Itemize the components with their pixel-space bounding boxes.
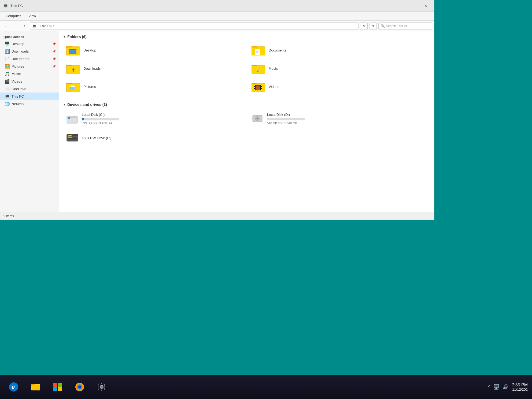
screen: 💻 This PC — □ ✕ Computer View ← → ↑ 💻 › … (0, 0, 532, 399)
svg-rect-3 (69, 49, 76, 54)
folder-videos-label: Videos (269, 85, 279, 89)
address-bar: ← → ↑ 💻 › This PC › ↻ ▾ 🔍 Search This PC (0, 21, 434, 31)
sidebar-pictures-label: Pictures (12, 64, 24, 68)
sidebar-item-network[interactable]: 🌐 Network (0, 100, 59, 108)
window-controls: — □ ✕ (394, 2, 432, 10)
taskbar-firefox[interactable] (70, 378, 89, 396)
network-icon: 🌐 (5, 101, 9, 106)
drive-d-info: Local Disk (D:) 510 GB free of 510 GB (267, 113, 305, 125)
menu-computer[interactable]: Computer (2, 13, 24, 19)
drive-d-label: Local Disk (D:) (267, 113, 305, 117)
taskbar-file-explorer[interactable] (26, 378, 45, 396)
drive-d-free: 510 GB free of 510 GB (267, 121, 305, 125)
tray-volume-icon[interactable]: 🔊 (503, 384, 508, 390)
drive-dvd-label: DVD RW Drive (F:) (82, 136, 111, 140)
videos-icon: 🎬 (5, 79, 9, 84)
sidebar-videos-label: Videos (12, 79, 22, 83)
sidebar-item-onedrive[interactable]: ☁️ OneDrive (0, 85, 59, 93)
sidebar-item-music[interactable]: 🎵 Music (0, 70, 59, 77)
quick-access-header: Quick access (0, 34, 59, 40)
sidebar-item-downloads[interactable]: ⬇️ Downloads 📌 (0, 47, 59, 55)
folder-item-videos[interactable]: Videos (249, 79, 430, 95)
sidebar-onedrive-label: OneDrive (12, 87, 26, 91)
drive-c-free: 399 GB free of 420 GB (82, 121, 119, 125)
drive-c-icon (66, 113, 79, 124)
svg-point-25 (70, 86, 71, 87)
dropdown-button[interactable]: ▾ (369, 22, 377, 30)
maximize-button[interactable]: □ (407, 2, 419, 10)
folder-pictures-icon (66, 81, 80, 93)
taskbar-clock[interactable]: 7:35 PM 11/12/202 (512, 383, 528, 391)
folder-item-downloads[interactable]: Downloads (64, 60, 245, 76)
svg-rect-24 (69, 87, 75, 90)
svg-rect-36 (256, 86, 260, 90)
sidebar-network-label: Network (12, 102, 24, 106)
taskbar-settings[interactable] (92, 378, 111, 396)
svg-rect-60 (58, 387, 62, 391)
svg-rect-31 (254, 87, 255, 88)
desktop-icon: 🖥️ (5, 41, 9, 46)
onedrive-icon: ☁️ (5, 86, 9, 91)
svg-rect-50 (68, 138, 77, 139)
content-pane: ▾ Folders (6) (59, 31, 434, 212)
back-button[interactable]: ← (2, 22, 10, 30)
sidebar-thispc-label: This PC (12, 94, 24, 98)
address-this-pc: This PC (40, 24, 52, 28)
folders-section-header: ▾ Folders (6) (64, 35, 430, 39)
documents-pin-icon: 📌 (53, 57, 56, 60)
folder-item-desktop[interactable]: Desktop (64, 42, 245, 58)
desktop-background-right (434, 0, 532, 375)
search-icon: 🔍 (381, 24, 385, 28)
folders-grid: Desktop (64, 42, 430, 95)
downloads-pin-icon: 📌 (53, 50, 56, 53)
folder-documents-label: Documents (269, 48, 286, 52)
desktop-background-bottom (0, 220, 434, 375)
svg-rect-59 (53, 387, 57, 391)
sidebar-documents-label: Documents (12, 57, 29, 61)
menu-view[interactable]: View (25, 13, 39, 19)
drive-item-c[interactable]: Local Disk (C:) 399 GB free of 420 GB (64, 110, 245, 127)
up-button[interactable]: ↑ (21, 22, 28, 30)
explorer-window: 💻 This PC — □ ✕ Computer View ← → ↑ 💻 › … (0, 0, 434, 220)
title-bar: 💻 This PC — □ ✕ (0, 0, 434, 12)
sidebar-item-pictures[interactable]: 🖼️ Pictures 📌 (0, 62, 59, 70)
menu-bar: Computer View (0, 12, 434, 21)
pictures-pin-icon: 📌 (53, 65, 56, 68)
search-box[interactable]: 🔍 Search This PC (378, 22, 432, 30)
drive-c-label: Local Disk (C:) (82, 113, 119, 117)
sidebar-item-videos[interactable]: 🎬 Videos (0, 77, 59, 85)
folder-item-documents[interactable]: Documents (249, 42, 430, 58)
refresh-button[interactable]: ↻ (360, 22, 368, 30)
folder-item-pictures[interactable]: Pictures (64, 79, 245, 95)
taskbar: e (0, 375, 532, 399)
pictures-icon: 🖼️ (5, 64, 9, 69)
taskbar-edge[interactable]: e (4, 378, 23, 396)
folder-music-label: Music (269, 66, 278, 71)
section-divider (64, 99, 430, 99)
music-icon: 🎵 (5, 71, 9, 76)
sidebar-item-thispc[interactable]: 💻 This PC (0, 93, 59, 100)
drives-section-header: ▾ Devices and drives (3) (64, 102, 430, 107)
folder-downloads-label: Downloads (83, 66, 101, 71)
sidebar-music-label: Music (12, 72, 21, 76)
sidebar-item-documents[interactable]: 📄 Documents 📌 (0, 55, 59, 62)
sidebar-item-desktop[interactable]: 🖥️ Desktop 📌 (0, 40, 59, 47)
drive-item-dvd[interactable]: DVD DVD RW Drive (F:) (64, 129, 245, 146)
taskbar-windows-store[interactable] (48, 378, 67, 396)
minimize-button[interactable]: — (394, 2, 406, 10)
drive-item-d[interactable]: Local Disk (D:) 510 GB free of 510 GB (249, 110, 430, 127)
close-button[interactable]: ✕ (420, 2, 432, 10)
drive-d-bar-fill (267, 118, 267, 120)
tray-chevron-icon[interactable]: ^ (488, 384, 490, 390)
address-icon: 💻 (32, 24, 36, 28)
svg-text:DVD: DVD (68, 136, 72, 138)
address-path[interactable]: 💻 › This PC › (30, 22, 359, 30)
taskbar-date-display: 11/12/202 (512, 387, 528, 391)
folder-downloads-icon (66, 62, 80, 74)
drive-c-bar-bg (82, 118, 119, 120)
folder-item-music[interactable]: ♪ Music (249, 60, 430, 76)
svg-rect-57 (53, 383, 57, 387)
forward-button[interactable]: → (12, 22, 19, 30)
tray-network-icon[interactable]: 🖥️ (493, 384, 499, 390)
svg-rect-32 (254, 89, 255, 90)
